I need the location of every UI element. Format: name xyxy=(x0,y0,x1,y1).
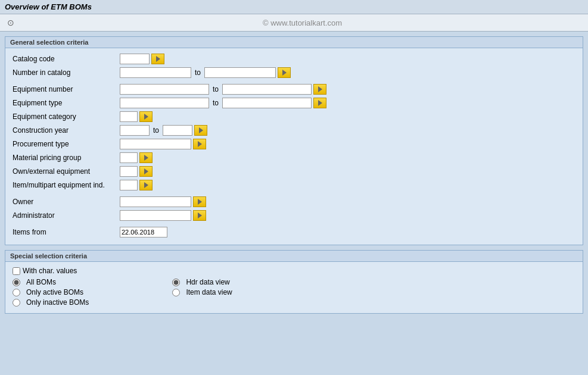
equipment-number-to: to xyxy=(213,85,219,93)
material-pricing-group-input[interactable] xyxy=(120,152,138,163)
equipment-number-btn[interactable] xyxy=(313,84,326,95)
page-title: Overview of ETM BOMs xyxy=(5,2,92,11)
administrator-row: Administrator xyxy=(13,210,575,221)
item-data-view-row: Item data view xyxy=(172,288,232,296)
administrator-btn[interactable] xyxy=(193,210,206,221)
back-icon[interactable]: ⊙ xyxy=(5,17,17,29)
procurement-type-btn[interactable] xyxy=(193,139,206,149)
view-type-col: Hdr data view Item data view xyxy=(172,278,232,308)
own-external-equipment-btn[interactable] xyxy=(139,166,153,177)
equipment-number-row: Equipment number to xyxy=(13,83,575,95)
only-inactive-boms-row: Only inactive BOMs xyxy=(13,298,89,307)
construction-year-to: to xyxy=(153,126,159,135)
material-pricing-group-label: Material pricing group xyxy=(13,154,120,162)
construction-year-row: Construction year to xyxy=(13,124,575,136)
number-in-catalog-label: Number in catalog xyxy=(13,68,120,77)
only-active-boms-radio[interactable] xyxy=(13,289,20,296)
all-boms-radio[interactable] xyxy=(13,279,20,286)
material-pricing-group-row: Material pricing group xyxy=(13,152,575,164)
main-content: General selection criteria Catalog code … xyxy=(0,32,588,318)
equipment-category-input[interactable] xyxy=(120,111,138,122)
radio-section: All BOMs Only active BOMs Only inactive … xyxy=(13,278,575,308)
hdr-data-view-label: Hdr data view xyxy=(186,278,229,286)
toolbar: ⊙ © www.tutorialkart.com xyxy=(0,14,588,32)
equipment-type-input2[interactable] xyxy=(222,98,312,108)
own-external-equipment-label: Own/external equipment xyxy=(13,167,120,176)
item-data-view-label: Item data view xyxy=(186,288,232,296)
equipment-type-to: to xyxy=(213,99,219,107)
only-inactive-boms-label: Only inactive BOMs xyxy=(26,298,89,307)
hdr-data-view-row: Hdr data view xyxy=(172,278,232,286)
procurement-type-input[interactable] xyxy=(120,139,191,149)
equipment-type-input1[interactable] xyxy=(120,98,209,108)
number-in-catalog-btn[interactable] xyxy=(278,67,291,78)
administrator-label: Administrator xyxy=(13,211,120,220)
construction-year-input1[interactable] xyxy=(120,125,150,136)
equipment-type-btn[interactable] xyxy=(313,98,326,108)
equipment-category-label: Equipment category xyxy=(13,112,120,121)
equipment-type-label: Equipment type xyxy=(13,99,120,107)
item-multipart-btn[interactable] xyxy=(139,180,153,190)
own-external-equipment-row: Own/external equipment xyxy=(13,165,575,177)
hdr-data-view-radio[interactable] xyxy=(172,279,180,286)
procurement-type-row: Procurement type xyxy=(13,138,575,150)
material-pricing-group-btn[interactable] xyxy=(139,152,153,163)
equipment-category-row: Equipment category xyxy=(13,111,575,123)
item-multipart-label: Item/multipart equipment ind. xyxy=(13,181,120,189)
item-multipart-input[interactable] xyxy=(120,180,138,190)
equipment-type-row: Equipment type to xyxy=(13,97,575,109)
all-boms-row: All BOMs xyxy=(13,278,89,286)
owner-input[interactable] xyxy=(120,196,191,207)
construction-year-btn[interactable] xyxy=(194,125,207,136)
equipment-category-btn[interactable] xyxy=(139,111,153,122)
items-from-label: Items from xyxy=(13,228,120,236)
number-in-catalog-row: Number in catalog to xyxy=(13,67,575,79)
items-from-input[interactable] xyxy=(120,227,167,238)
with-char-values-row: With char. values xyxy=(13,267,575,275)
item-multipart-row: Item/multipart equipment ind. xyxy=(13,179,575,191)
number-in-catalog-input1[interactable] xyxy=(120,67,191,78)
construction-year-label: Construction year xyxy=(13,126,120,135)
with-char-values-checkbox[interactable] xyxy=(13,267,20,275)
title-bar: Overview of ETM BOMs xyxy=(0,0,588,14)
equipment-number-input2[interactable] xyxy=(222,84,312,95)
catalog-code-input[interactable] xyxy=(120,54,150,64)
equipment-number-label: Equipment number xyxy=(13,85,120,93)
own-external-equipment-input[interactable] xyxy=(120,166,138,177)
items-from-row: Items from xyxy=(13,226,575,238)
equipment-number-input1[interactable] xyxy=(120,84,209,95)
number-in-catalog-to: to xyxy=(195,68,201,77)
owner-btn[interactable] xyxy=(193,196,206,207)
only-active-boms-row: Only active BOMs xyxy=(13,288,89,296)
only-inactive-boms-radio[interactable] xyxy=(13,299,20,307)
all-boms-label: All BOMs xyxy=(26,278,56,286)
watermark: © www.tutorialkart.com xyxy=(21,18,583,27)
bom-status-col: All BOMs Only active BOMs Only inactive … xyxy=(13,278,89,308)
general-section: General selection criteria Catalog code … xyxy=(5,36,583,245)
owner-label: Owner xyxy=(13,198,120,206)
owner-row: Owner xyxy=(13,196,575,208)
catalog-code-row: Catalog code xyxy=(13,53,575,65)
number-in-catalog-input2[interactable] xyxy=(204,67,276,78)
construction-year-input2[interactable] xyxy=(163,125,192,136)
special-section: Special selection criteria With char. va… xyxy=(5,250,583,314)
item-data-view-radio[interactable] xyxy=(172,289,180,296)
procurement-type-label: Procurement type xyxy=(13,140,120,148)
administrator-input[interactable] xyxy=(120,210,191,221)
catalog-code-label: Catalog code xyxy=(13,55,120,63)
only-active-boms-label: Only active BOMs xyxy=(26,288,83,296)
special-section-title: Special selection criteria xyxy=(5,251,583,262)
catalog-code-btn[interactable] xyxy=(151,54,164,64)
general-section-title: General selection criteria xyxy=(5,37,583,48)
with-char-values-label: With char. values xyxy=(23,267,77,275)
